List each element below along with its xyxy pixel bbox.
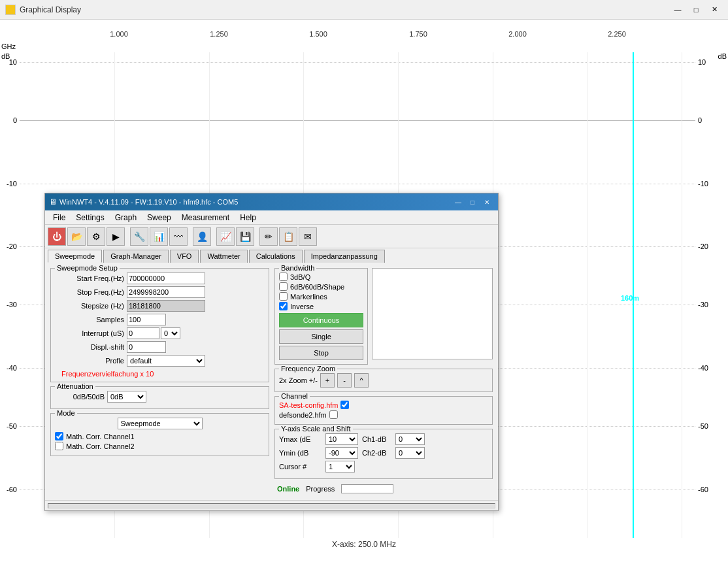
y-label-n10: -10: [7, 180, 17, 188]
single-button[interactable]: Single: [279, 329, 363, 344]
start-freq-row: Start Freq.(Hz): [55, 273, 265, 284]
tab-impedanzanpassung[interactable]: Impedanzanpassung: [304, 250, 385, 263]
tb-config-button[interactable]: ⚙: [87, 227, 105, 246]
stop-freq-input[interactable]: [127, 286, 205, 298]
ch1db-select[interactable]: 0: [395, 433, 425, 445]
y-axis-panel: Y-axis Scale and Shift Ymax (dE 10 Ch1-d…: [274, 429, 493, 479]
math-corr-ch1-label: Math. Corr. Channel1: [66, 433, 135, 440]
tb-run-button[interactable]: ▶: [107, 227, 125, 246]
dialog-close-button[interactable]: ✕: [480, 196, 494, 208]
top-row: Bandwidth 3dB/Q 6dB/60dB/Shape Markerlin…: [274, 268, 493, 365]
zoom-plus-button[interactable]: +: [320, 373, 335, 388]
progress-label: Progress: [306, 485, 335, 493]
y-label-right-n60: -60: [698, 486, 708, 493]
minimize-button[interactable]: —: [669, 3, 686, 16]
window-title: Graphical Display: [20, 5, 669, 14]
markerlines-checkbox[interactable]: [279, 292, 288, 301]
math-corr-ch1-row: Math. Corr. Channel1: [55, 432, 265, 440]
tab-wattmeter[interactable]: Wattmeter: [200, 250, 247, 263]
menu-measurement[interactable]: Measurement: [176, 212, 235, 224]
tb-email-button[interactable]: ✉: [299, 227, 317, 246]
inverse-label: Inverse: [290, 303, 314, 310]
markerlines-row: Markerlines: [279, 292, 363, 301]
horizontal-scrollbar[interactable]: [48, 503, 495, 508]
stepsize-input[interactable]: [127, 300, 205, 312]
inverse-row: Inverse: [279, 302, 363, 310]
continuous-button[interactable]: Continuous: [279, 313, 363, 327]
mode-select[interactable]: Sweepmode: [118, 418, 203, 429]
ymin-select[interactable]: -90: [325, 447, 358, 459]
samples-input[interactable]: [127, 314, 166, 325]
zoom-minus-button[interactable]: -: [337, 373, 352, 388]
ymax-select[interactable]: 10: [325, 433, 358, 445]
tb-tool-button[interactable]: 🔧: [130, 227, 148, 246]
math-corr-ch1-checkbox[interactable]: [55, 432, 63, 440]
grid-line-0: [20, 120, 695, 121]
tb-pencil-button[interactable]: ✏: [259, 227, 278, 246]
ch2db-select[interactable]: 0: [395, 447, 425, 459]
marker-label: 160m: [621, 294, 639, 302]
tb-save-button[interactable]: 💾: [236, 227, 254, 246]
x-label-2: 1.250: [210, 30, 228, 38]
cursor-select[interactable]: 1: [325, 461, 355, 473]
interrupt-select[interactable]: 0: [161, 327, 180, 339]
menu-graph[interactable]: Graph: [110, 212, 142, 224]
y-label-right-n30: -30: [698, 301, 708, 308]
bandwidth-panel: Bandwidth 3dB/Q 6dB/60dB/Shape Markerlin…: [274, 268, 368, 365]
sweep-buttons: Continuous Single Stop: [279, 313, 363, 360]
menu-settings[interactable]: Settings: [71, 212, 109, 224]
menu-help[interactable]: Help: [235, 212, 261, 224]
math-corr-ch2-checkbox[interactable]: [55, 442, 63, 450]
attenuation-select[interactable]: 0dB: [107, 391, 146, 403]
bw-6db-checkbox[interactable]: [279, 282, 288, 291]
interrupt-label: Interrupt (uS): [55, 329, 127, 337]
tab-graph-manager[interactable]: Graph-Manager: [103, 250, 169, 263]
tab-vfo[interactable]: VFO: [170, 250, 199, 263]
y-label-0: 0: [13, 116, 17, 124]
zoom-up-button[interactable]: ^: [354, 373, 369, 388]
ch1-checkbox[interactable]: [340, 401, 349, 409]
y-label-right-n10: -10: [698, 180, 708, 188]
profile-select[interactable]: default: [127, 355, 205, 367]
y-label-right-n20: -20: [698, 242, 708, 250]
menu-bar: File Settings Graph Sweep Measurement He…: [45, 210, 498, 225]
tb-power-button[interactable]: ⏻: [48, 227, 66, 246]
dialog-scrollbar[interactable]: [45, 500, 498, 510]
tb-chart-button[interactable]: 📈: [216, 227, 235, 246]
start-freq-input[interactable]: [127, 273, 205, 284]
freq-zoom-title: Frequency Zoom: [279, 365, 337, 373]
dialog-maximize-button[interactable]: □: [465, 196, 480, 208]
bw-3db-checkbox[interactable]: [279, 273, 288, 281]
bw-6db-row: 6dB/60dB/Shape: [279, 282, 363, 291]
tb-person-button[interactable]: 👤: [193, 227, 211, 246]
stop-button[interactable]: Stop: [279, 346, 363, 360]
maximize-button[interactable]: □: [687, 3, 704, 16]
cursor-label: Cursor #: [279, 463, 322, 471]
tb-wave-button[interactable]: 〰: [169, 227, 188, 246]
ymax-label: Ymax (dE: [279, 435, 322, 443]
menu-file[interactable]: File: [48, 212, 71, 224]
close-button[interactable]: ✕: [706, 3, 723, 16]
menu-sweep[interactable]: Sweep: [142, 212, 176, 224]
dialog-minimize-button[interactable]: —: [451, 196, 465, 208]
displ-shift-input[interactable]: [127, 341, 166, 353]
ch2-checkbox[interactable]: [329, 410, 338, 419]
dialog-title: WinNWT4 - V.4.11.09 - FW:1.19:V10 - hfm9…: [59, 198, 451, 206]
ch2-row: defsonde2.hfm: [279, 410, 488, 419]
tab-sweepmode[interactable]: Sweepmode: [48, 250, 102, 263]
tab-calculations[interactable]: Calculations: [249, 250, 303, 263]
x-axis-label: X-axis: 250.0 MHz: [0, 538, 728, 551]
right-panel: Bandwidth 3dB/Q 6dB/60dB/Shape Markerlin…: [274, 268, 493, 495]
interrupt-input[interactable]: [127, 327, 159, 339]
grid-vline-6: [587, 52, 588, 538]
window-controls: — □ ✕: [669, 3, 723, 16]
y-label-right-n40: -40: [698, 364, 708, 372]
freq-zoom-label: 2x Zoom +/-: [279, 376, 318, 384]
tb-disk-button[interactable]: 📋: [279, 227, 297, 246]
tb-open-button[interactable]: 📂: [67, 227, 86, 246]
tb-display-button[interactable]: 📊: [150, 227, 168, 246]
inverse-checkbox[interactable]: [279, 302, 288, 310]
dialog-window: 🖥 WinNWT4 - V.4.11.09 - FW:1.19:V10 - hf…: [44, 193, 499, 511]
attenuation-option: 0dB/50dB: [55, 393, 107, 401]
ymin-label: Ymin (dB: [279, 449, 322, 457]
